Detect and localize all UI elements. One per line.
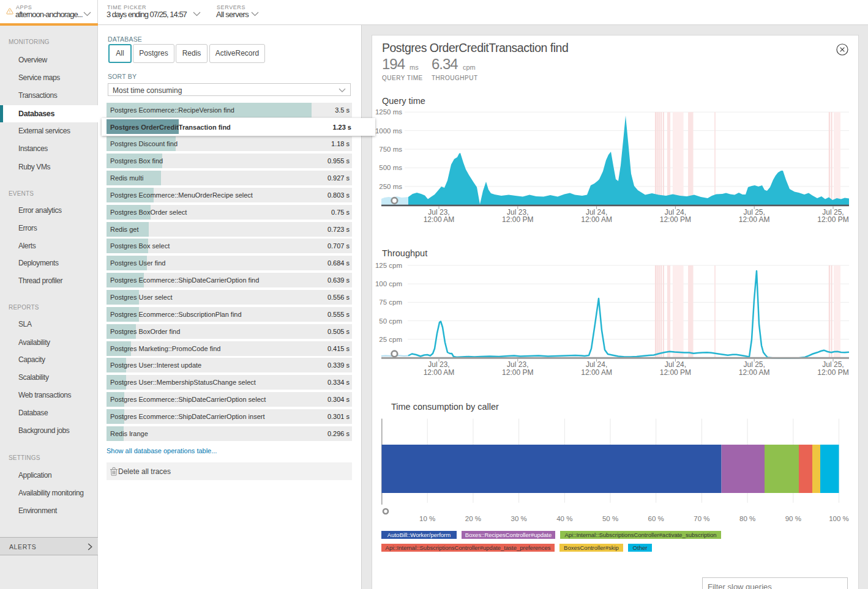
svg-text:50 %: 50 % (602, 515, 618, 522)
svg-text:12:00 PM: 12:00 PM (660, 215, 691, 224)
svg-text:80 %: 80 % (739, 515, 755, 522)
svg-text:100 %: 100 % (829, 515, 849, 522)
svg-text:100 cpm: 100 cpm (375, 280, 402, 287)
svg-text:25 cpm: 25 cpm (379, 336, 402, 343)
svg-text:75 cpm: 75 cpm (379, 298, 402, 306)
svg-text:12:00 AM: 12:00 AM (739, 368, 770, 377)
svg-text:70 %: 70 % (694, 515, 709, 522)
svg-text:12:00 PM: 12:00 PM (502, 215, 533, 224)
svg-text:125 cpm: 125 cpm (375, 262, 402, 269)
svg-text:250 ms: 250 ms (379, 183, 402, 190)
svg-text:12:00 PM: 12:00 PM (817, 368, 848, 377)
svg-text:12:00 PM: 12:00 PM (817, 215, 848, 224)
svg-text:90 %: 90 % (785, 515, 801, 522)
svg-text:40 %: 40 % (556, 515, 572, 522)
svg-text:750 ms: 750 ms (379, 146, 402, 153)
svg-text:12:00 PM: 12:00 PM (660, 368, 691, 377)
svg-text:1000 ms: 1000 ms (375, 127, 402, 135)
svg-text:12:00 AM: 12:00 AM (424, 368, 455, 377)
svg-text:500 ms: 500 ms (379, 164, 402, 171)
svg-text:10 %: 10 % (419, 515, 435, 522)
svg-text:30 %: 30 % (511, 515, 526, 522)
svg-text:12:00 AM: 12:00 AM (581, 368, 612, 377)
svg-text:20 %: 20 % (465, 515, 481, 522)
svg-text:12:00 PM: 12:00 PM (502, 368, 533, 377)
svg-text:12:00 AM: 12:00 AM (739, 215, 770, 224)
svg-text:60 %: 60 % (648, 515, 664, 522)
svg-text:12:00 AM: 12:00 AM (581, 215, 612, 224)
svg-text:12:00 AM: 12:00 AM (424, 215, 455, 224)
svg-text:1250 ms: 1250 ms (375, 108, 402, 116)
svg-text:50 cpm: 50 cpm (379, 317, 402, 325)
